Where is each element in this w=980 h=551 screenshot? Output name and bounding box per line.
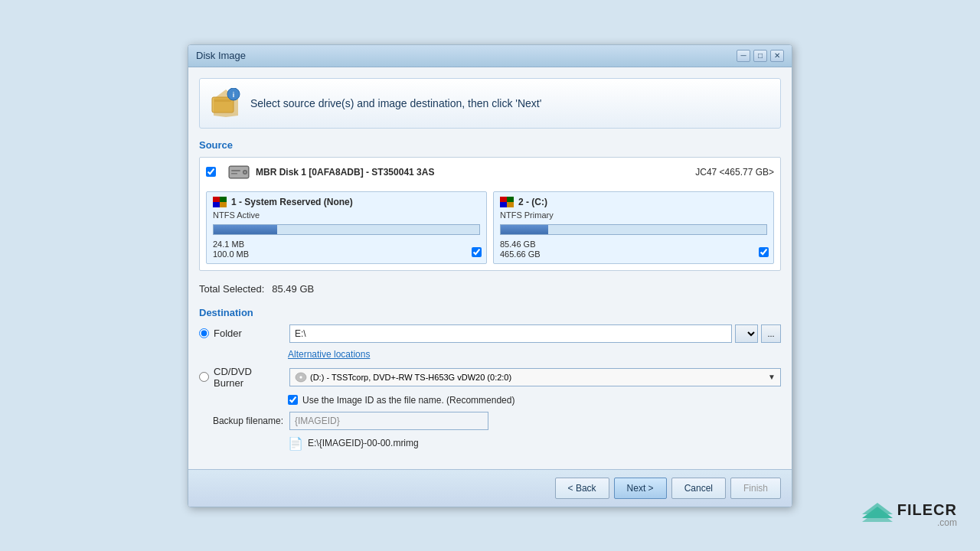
minimize-button[interactable]: ─ xyxy=(737,50,750,62)
partition-2-sizes: 85.46 GB 465.66 GB xyxy=(500,240,767,259)
svg-rect-14 xyxy=(220,202,227,207)
filecr-logo-icon xyxy=(862,503,893,526)
hdd-icon xyxy=(228,164,250,181)
wizard-header: i Select source drive(s) and image desti… xyxy=(199,78,781,129)
disk-image-dialog: Disk Image ─ □ ✕ i Select source drive(s… xyxy=(188,44,792,507)
next-button[interactable]: Next > xyxy=(614,478,667,499)
cddvd-radio[interactable] xyxy=(199,372,209,382)
partition-1-header: 1 - System Reserved (None) xyxy=(213,197,480,207)
partition-1-name: 1 - System Reserved (None) xyxy=(231,197,353,207)
destination-section: Destination Folder E:\ ... xyxy=(199,307,781,451)
svg-rect-17 xyxy=(500,202,507,207)
folder-input-row: E:\ ... xyxy=(289,324,781,343)
folder-radio[interactable] xyxy=(199,328,209,338)
disk-info: JC47 <465.77 GB> xyxy=(695,167,774,178)
partition-2-name: 2 - (C:) xyxy=(518,197,547,207)
svg-rect-10 xyxy=(231,173,237,174)
svg-text:i: i xyxy=(233,91,235,99)
total-selected-label: Total Selected: xyxy=(199,283,264,295)
partition-2: 2 - (C:) NTFS Primary 85.46 GB 465.66 GB xyxy=(493,191,774,264)
svg-point-8 xyxy=(244,171,247,173)
dvd-dropdown-arrow: ▼ xyxy=(768,373,776,381)
disk-select-checkbox[interactable] xyxy=(206,167,216,177)
backup-filename-input[interactable] xyxy=(289,412,488,430)
source-label: Source xyxy=(199,139,781,151)
partition-1-type: NTFS Active xyxy=(213,210,480,220)
partition-2-header: 2 - (C:) xyxy=(500,197,767,207)
folder-radio-label[interactable]: Folder xyxy=(199,328,283,339)
alt-locations-link[interactable]: Alternative locations xyxy=(288,349,781,360)
disk-header: MBR Disk 1 [0AFA8ADB] - ST350041 3AS JC4… xyxy=(206,164,774,185)
svg-rect-13 xyxy=(213,202,220,207)
partition-1-bar-bg xyxy=(213,224,480,235)
svg-rect-12 xyxy=(220,197,227,202)
wizard-icon: i xyxy=(211,88,241,119)
svg-point-20 xyxy=(299,376,302,379)
svg-rect-9 xyxy=(231,170,240,171)
filecr-brand: FILECR .com xyxy=(897,501,957,528)
use-image-id-label: Use the Image ID as the file name. (Reco… xyxy=(302,395,514,406)
folder-row: Folder E:\ ... xyxy=(199,324,781,343)
title-bar-controls: ─ □ ✕ xyxy=(737,50,784,62)
folder-path-input[interactable] xyxy=(289,324,732,343)
folder-dropdown-wrapper: E:\ xyxy=(735,324,758,343)
svg-rect-16 xyxy=(507,197,514,202)
filecr-watermark: FILECR .com xyxy=(862,501,957,528)
partition-1: 1 - System Reserved (None) NTFS Active 2… xyxy=(206,191,487,264)
source-section: Source MBR Disk 1 [0AFA8ADB] - ST350041 … xyxy=(199,139,781,271)
dialog-body: i Select source drive(s) and image desti… xyxy=(188,67,792,469)
dvd-device-dropdown[interactable]: (D:) - TSSTcorp, DVD+-RW TS-H653G vDW20 … xyxy=(289,368,781,386)
source-box: MBR Disk 1 [0AFA8ADB] - ST350041 3AS JC4… xyxy=(199,157,781,271)
partition-1-sizes: 24.1 MB 100.0 MB xyxy=(213,240,480,259)
window-title: Disk Image xyxy=(196,50,246,61)
finish-button[interactable]: Finish xyxy=(730,478,781,499)
disk-name: MBR Disk 1 [0AFA8ADB] - ST350041 3AS xyxy=(256,167,434,178)
svg-rect-11 xyxy=(213,197,220,202)
output-path-text: E:\{IMAGEID}-00-00.mrimg xyxy=(308,438,419,448)
close-button[interactable]: ✕ xyxy=(770,50,784,62)
backup-filename-label: Backup filename: xyxy=(199,416,283,426)
total-selected-row: Total Selected: 85.49 GB xyxy=(199,279,781,299)
total-selected-value: 85.49 GB xyxy=(272,283,314,295)
partition-2-bar-fill xyxy=(501,225,548,234)
windows-flag-icon-1 xyxy=(213,197,227,207)
cancel-button[interactable]: Cancel xyxy=(671,478,726,499)
wizard-instruction: Select source drive(s) and image destina… xyxy=(250,97,541,109)
output-path-row: 📄 E:\{IMAGEID}-00-00.mrimg xyxy=(288,436,781,451)
windows-flag-icon-2 xyxy=(500,197,514,207)
back-button[interactable]: < Back xyxy=(555,478,609,499)
title-bar: Disk Image ─ □ ✕ xyxy=(188,45,792,67)
svg-rect-18 xyxy=(507,202,514,207)
use-image-id-row: Use the Image ID as the file name. (Reco… xyxy=(288,395,781,406)
destination-label: Destination xyxy=(199,307,781,318)
cddvd-radio-label[interactable]: CD/DVD Burner xyxy=(199,366,283,389)
footer: < Back Next > Cancel Finish xyxy=(188,469,792,507)
svg-rect-15 xyxy=(500,197,507,202)
file-icon: 📄 xyxy=(288,436,303,451)
use-image-id-checkbox[interactable] xyxy=(288,395,298,405)
partition-2-bar-bg xyxy=(500,224,767,235)
browse-button[interactable]: ... xyxy=(761,324,781,343)
partition-2-type: NTFS Primary xyxy=(500,210,767,220)
partition-2-checkbox[interactable] xyxy=(759,247,769,257)
folder-path-dropdown[interactable]: E:\ xyxy=(735,324,758,343)
partition-1-checkbox[interactable] xyxy=(472,247,482,257)
partition-1-bar-fill xyxy=(214,225,277,234)
backup-filename-row: Backup filename: xyxy=(199,412,781,430)
maximize-button[interactable]: □ xyxy=(753,50,767,62)
cddvd-row: CD/DVD Burner (D:) - TSSTcorp, DVD+-RW T… xyxy=(199,366,781,389)
cd-icon xyxy=(295,372,307,383)
dvd-device-text: (D:) - TSSTcorp, DVD+-RW TS-H653G vDW20 … xyxy=(310,373,511,382)
partitions-row: 1 - System Reserved (None) NTFS Active 2… xyxy=(206,191,774,264)
